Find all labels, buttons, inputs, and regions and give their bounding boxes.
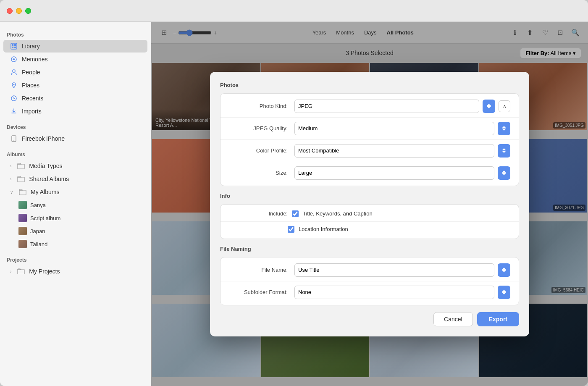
sidebar-section-photos: Photos (0, 29, 151, 39)
projects-folder-icon (17, 268, 25, 275)
size-select[interactable]: SmallMediumLargeFull Size (294, 166, 494, 180)
svg-point-6 (13, 70, 15, 72)
subfolder-format-label: Subfolder Format: (229, 289, 288, 295)
sidebar-item-media-types[interactable]: › Media Types (3, 160, 147, 172)
album-label-tailand: Tailand (30, 241, 47, 247)
cancel-button[interactable]: Cancel (433, 312, 473, 326)
album-label-sanya: Sanya (30, 202, 46, 208)
recents-icon (10, 95, 18, 102)
chevron-right-icon-3: › (10, 269, 11, 274)
stepper-down-icon-2 (502, 129, 506, 131)
size-label: Size: (229, 170, 288, 176)
sidebar-item-places[interactable]: Places (3, 79, 147, 92)
maximize-button[interactable] (25, 8, 31, 14)
subfolder-format-stepper[interactable] (498, 286, 510, 299)
sidebar-item-shared-albums[interactable]: › Shared Albums (3, 173, 147, 185)
file-name-select[interactable]: Use TitleUse FilenameSequential (294, 263, 494, 277)
titlebar (0, 0, 588, 22)
sidebar-group-photos: Photos Library (0, 29, 151, 118)
size-stepper[interactable] (498, 166, 510, 180)
album-icon-script (18, 214, 27, 222)
album-icon-tailand (18, 240, 27, 248)
stepper-down-icon-4 (502, 173, 506, 175)
sidebar-item-recents[interactable]: Recents (3, 92, 147, 105)
sidebar-item-device[interactable]: Fireebok iPhone (3, 132, 147, 145)
color-profile-stepper[interactable] (498, 144, 510, 158)
sidebar-section-devices: Devices (0, 121, 151, 132)
sidebar-item-library[interactable]: Library (3, 40, 147, 53)
jpeg-quality-row: JPEG Quality: LowMediumHighMaximum (220, 118, 519, 140)
file-name-stepper[interactable] (498, 263, 510, 277)
file-name-container: Use TitleUse FilenameSequential (294, 263, 510, 277)
export-button[interactable]: Export (477, 312, 519, 326)
jpeg-quality-stepper[interactable] (498, 122, 510, 135)
sidebar-album-japan[interactable]: Japan (3, 225, 147, 237)
close-button[interactable] (7, 8, 13, 14)
sidebar-item-imports-label: Imports (22, 108, 42, 115)
photo-kind-stepper[interactable] (483, 100, 495, 113)
chevron-down-icon: ∨ (10, 190, 13, 194)
sidebar-item-shared-albums-label: Shared Albums (29, 176, 69, 182)
include-location-checkbox[interactable] (288, 226, 294, 233)
sidebar-group-devices: Devices Fireebok iPhone (0, 121, 151, 145)
stepper-up-icon-2 (502, 126, 506, 128)
size-row: Size: SmallMediumLargeFull Size (220, 162, 519, 184)
file-name-label: File Name: (229, 267, 288, 273)
stepper-down-icon-3 (502, 151, 506, 153)
sidebar-item-imports[interactable]: Imports (3, 105, 147, 118)
sidebar-item-my-albums-label: My Albums (31, 189, 59, 195)
collapse-button[interactable]: ∧ (499, 100, 510, 112)
sidebar-item-library-label: Library (22, 43, 40, 50)
photo-kind-select[interactable]: JPEGPNGTIFF (294, 100, 479, 113)
sidebar-item-my-albums[interactable]: ∨ My Albums (3, 186, 147, 198)
color-profile-select[interactable]: Most CompatiblesRGBDisplay P3Adobe RGB (294, 144, 494, 158)
stepper-down-icon-6 (502, 292, 506, 294)
album-label-script: Script album (30, 215, 60, 221)
chevron-right-icon-2: › (10, 177, 11, 181)
photo-kind-row: Photo Kind: JPEGPNGTIFF ∧ (220, 95, 519, 118)
stepper-up-icon (487, 104, 491, 106)
main-window: Photos Library (0, 0, 588, 386)
sidebar-album-tailand[interactable]: Tailand (3, 238, 147, 250)
chevron-right-icon: › (10, 164, 11, 168)
sidebar-item-memories[interactable]: Memories (3, 53, 147, 66)
people-icon (10, 68, 18, 76)
content-area: Photos Library (0, 22, 588, 386)
dialog-filenaming-section: File Name: Use TitleUse FilenameSequenti… (220, 257, 519, 305)
export-dialog: Photos Photo Kind: JPEGPNGTIFF (210, 72, 529, 336)
dialog-filenaming-section-title: File Naming (220, 246, 519, 252)
album-icon-japan (18, 227, 27, 235)
minimize-button[interactable] (16, 8, 22, 14)
jpeg-quality-label: JPEG Quality: (229, 125, 288, 131)
svg-point-10 (13, 140, 14, 141)
sidebar-album-sanya[interactable]: Sanya (3, 199, 147, 211)
stepper-up-icon-4 (502, 171, 506, 173)
stepper-down-icon (487, 106, 491, 108)
sidebar-item-memories-label: Memories (22, 56, 47, 63)
subfolder-format-container: NoneMoment NameOne Album Per Month (294, 286, 510, 299)
sidebar-item-my-projects-label: My Projects (29, 268, 60, 275)
size-container: SmallMediumLargeFull Size (294, 166, 510, 180)
my-albums-folder-icon (19, 188, 26, 196)
svg-rect-4 (14, 47, 16, 48)
sidebar-item-places-label: Places (22, 82, 39, 89)
include-option1-row: Include: Title, Keywords, and Caption (220, 206, 519, 222)
include-title-label: Title, Keywords, and Caption (303, 210, 373, 217)
subfolder-format-select[interactable]: NoneMoment NameOne Album Per Month (294, 286, 494, 299)
file-name-row: File Name: Use TitleUse FilenameSequenti… (220, 259, 519, 281)
shared-albums-folder-icon (17, 175, 25, 183)
dialog-info-section-title: Info (220, 193, 519, 199)
dialog-info-section: Include: Title, Keywords, and Caption Lo… (220, 204, 519, 239)
subfolder-format-row: Subfolder Format: NoneMoment NameOne Alb… (220, 281, 519, 303)
sidebar-item-people[interactable]: People (3, 66, 147, 79)
include-title-checkbox[interactable] (292, 210, 299, 217)
jpeg-quality-select[interactable]: LowMediumHighMaximum (294, 122, 494, 135)
svg-rect-0 (11, 43, 17, 49)
sidebar-item-people-label: People (22, 69, 40, 76)
stepper-up-icon-3 (502, 148, 506, 150)
sidebar-item-my-projects[interactable]: › My Projects (3, 265, 147, 278)
color-profile-row: Color Profile: Most CompatiblesRGBDispla… (220, 140, 519, 162)
main-photo-area: ⊞ − + Years Months Days All Photos ℹ ⬆ ♡… (151, 22, 588, 386)
sidebar-album-script[interactable]: Script album (3, 212, 147, 224)
include-option2-row: Location Information (220, 222, 519, 237)
